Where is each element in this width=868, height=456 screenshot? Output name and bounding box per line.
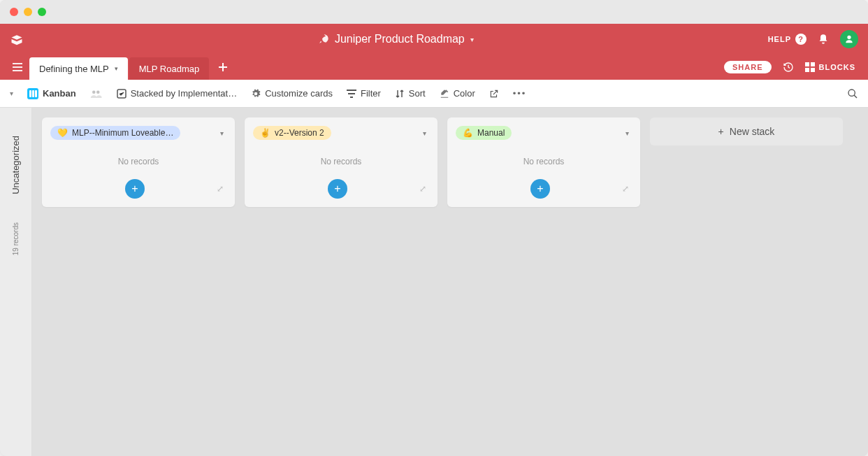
blocks-icon (805, 62, 815, 72)
svg-rect-0 (805, 62, 809, 66)
rocket-icon (318, 34, 329, 45)
view-name: Kanban (43, 88, 76, 99)
blocks-button[interactable]: BLOCKS (805, 62, 855, 72)
stacked-by-button[interactable]: Stacked by Implementat… (117, 88, 237, 99)
expand-icon[interactable]: ⤢ (622, 184, 629, 194)
chevron-down-icon[interactable]: ▾ (10, 90, 13, 97)
share-label: SHARE (732, 63, 763, 71)
svg-point-4 (92, 90, 96, 94)
customize-cards-button[interactable]: Customize cards (251, 88, 333, 99)
plus-icon: + (718, 126, 724, 137)
empty-state-text: No records (253, 140, 429, 179)
view-switcher[interactable]: Kanban (27, 88, 76, 99)
base-name-button[interactable]: Juniper Product Roadmap ▾ (24, 33, 768, 45)
mac-titlebar (0, 0, 868, 24)
stack-v2: ✌️ v2--Version 2 ▾ No records + ⤢ (245, 117, 437, 207)
hamburger-icon[interactable] (7, 57, 28, 77)
history-icon[interactable] (783, 62, 794, 73)
chevron-down-icon[interactable]: ▾ (217, 127, 226, 140)
app-header: Juniper Product Roadmap ▾ HELP ? (0, 24, 868, 55)
search-icon (847, 88, 858, 99)
view-toolbar: ▾ Kanban Stacked by Implementat… Customi… (0, 80, 868, 108)
svg-rect-3 (811, 68, 815, 72)
add-record-button[interactable]: + (328, 179, 347, 199)
window-close-dot[interactable] (10, 8, 18, 16)
table-tabs: Defining the MLP ▾ MLP Roadmap SHARE BLO… (0, 55, 868, 80)
empty-state-text: No records (456, 140, 632, 179)
person-icon (844, 34, 855, 45)
plus-icon: + (334, 183, 340, 195)
stacked-by-label: Stacked by Implementat… (131, 88, 237, 99)
tab-defining-mlp[interactable]: Defining the MLP ▾ (29, 57, 128, 80)
stack-manual: 💪 Manual ▾ No records + ⤢ (447, 117, 640, 207)
kanban-board: Uncategorized 19 records 💛 MLP--Minimum … (0, 108, 868, 456)
empty-state-text: No records (50, 140, 226, 179)
stack-title: MLP--Minimum Loveable… (72, 128, 173, 138)
airtable-logo-icon (10, 32, 24, 46)
stack-title: v2--Version 2 (275, 128, 324, 138)
share-view-icon[interactable] (489, 89, 499, 99)
flex-emoji-icon: 💪 (463, 128, 473, 138)
chevron-down-icon: ▾ (470, 36, 474, 43)
user-avatar[interactable] (840, 30, 858, 48)
window-zoom-dot[interactable] (38, 8, 46, 16)
svg-point-7 (848, 90, 855, 96)
new-stack-button[interactable]: + New stack (650, 117, 843, 145)
expand-icon[interactable]: ⤢ (419, 184, 426, 194)
filter-button[interactable]: Filter (347, 88, 381, 99)
swimlane-count: 19 records (12, 215, 20, 262)
plus-icon: + (537, 183, 543, 195)
peace-emoji-icon: ✌️ (260, 128, 270, 138)
more-options[interactable]: ••• (513, 88, 527, 99)
window-minimize-dot[interactable] (24, 8, 32, 16)
svg-point-5 (96, 90, 100, 94)
help-icon: ? (795, 34, 806, 45)
filter-label: Filter (361, 88, 381, 99)
stack-pill[interactable]: ✌️ v2--Version 2 (253, 126, 331, 140)
search-button[interactable] (847, 88, 858, 99)
stack-pill[interactable]: 💪 Manual (456, 126, 512, 140)
swimlane-sidebar: Uncategorized 19 records (0, 108, 32, 456)
tab-mlp-roadmap[interactable]: MLP Roadmap (129, 57, 209, 80)
add-record-button[interactable]: + (530, 179, 550, 199)
gear-icon (251, 89, 261, 99)
sort-label: Sort (409, 88, 426, 99)
add-record-button[interactable]: + (125, 179, 145, 199)
color-label: Color (454, 88, 475, 99)
app-window: Juniper Product Roadmap ▾ HELP ? Definin… (0, 0, 868, 456)
color-button[interactable]: Color (440, 88, 475, 99)
svg-rect-2 (805, 68, 809, 72)
dots-icon: ••• (513, 88, 527, 99)
share-button[interactable]: SHARE (724, 61, 772, 73)
sort-button[interactable]: Sort (395, 88, 426, 99)
swimlane-label[interactable]: Uncategorized (10, 129, 21, 201)
tab-label: MLP Roadmap (139, 64, 199, 74)
chevron-down-icon[interactable]: ▾ (420, 127, 429, 140)
collaborators-icon[interactable] (90, 89, 103, 99)
base-title: Juniper Product Roadmap (335, 33, 465, 45)
blocks-label: BLOCKS (819, 63, 855, 71)
stack-mlp: 💛 MLP--Minimum Loveable… ▾ No records + … (42, 117, 235, 207)
plus-icon: + (131, 183, 138, 195)
stack-pill[interactable]: 💛 MLP--Minimum Loveable… (50, 126, 180, 140)
chevron-down-icon[interactable]: ▾ (115, 65, 118, 72)
chevron-down-icon[interactable]: ▾ (623, 127, 632, 140)
color-icon (440, 89, 449, 99)
customize-label: Customize cards (265, 88, 333, 99)
tab-label: Defining the MLP (39, 64, 109, 74)
bell-icon[interactable] (818, 34, 829, 45)
stack-title: Manual (477, 128, 505, 138)
kanban-icon (27, 88, 38, 99)
filter-icon (347, 90, 356, 98)
stacks-container: 💛 MLP--Minimum Loveable… ▾ No records + … (32, 108, 868, 456)
stack-icon (117, 89, 126, 99)
external-link-icon (489, 89, 499, 99)
sort-icon (395, 89, 405, 99)
expand-icon[interactable]: ⤢ (217, 184, 224, 194)
new-stack-label: New stack (730, 126, 775, 137)
help-button[interactable]: HELP ? (768, 34, 806, 45)
svg-rect-1 (811, 62, 815, 66)
help-label: HELP (768, 35, 791, 43)
add-table-button[interactable] (210, 63, 236, 71)
plus-icon (219, 63, 227, 71)
